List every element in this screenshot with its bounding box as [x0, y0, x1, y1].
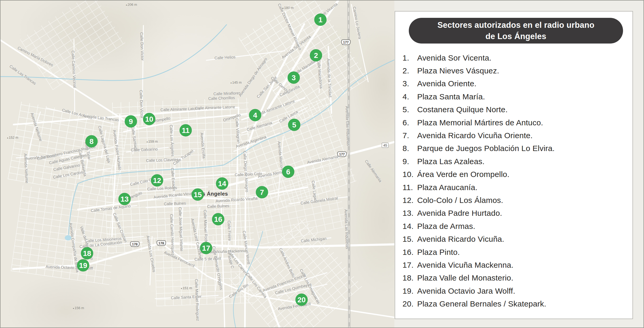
screenshot-root: Camino María DoloresCalle Las TrancasCal…	[0, 0, 644, 328]
elevation-label: ▴152 m	[7, 136, 18, 139]
legend-item-label: Plaza Nieves Vásquez.	[417, 66, 499, 75]
legend-item-label: Avenida Sor Vicenta.	[417, 53, 491, 62]
map-marker-10[interactable]: 10	[143, 113, 155, 125]
legend-item-label: Colo-Colo / Los Álamos.	[417, 196, 503, 205]
map-marker-16[interactable]: 16	[212, 213, 224, 225]
legend-item-number: 17.	[402, 261, 417, 270]
map-marker-11[interactable]: 11	[180, 124, 192, 137]
legend-item: 9.Plaza Las Azaleas.	[402, 155, 627, 168]
map-marker-14[interactable]: 14	[216, 178, 228, 190]
legend-item-number: 13.	[402, 209, 417, 218]
legend-item: 5.Costanera Quilque Norte.	[402, 103, 627, 116]
legend-item: 15.Avenida Ricardo Vicuña.	[402, 233, 627, 245]
map-marker-12[interactable]: 12	[151, 174, 163, 187]
legend-item-number: 20.	[402, 299, 417, 308]
elevation-label: ▴159 m	[147, 139, 158, 143]
legend-item: 20.Plaza General Bernales / Skatepark.	[402, 297, 627, 310]
elevation-label: ▴145 m	[230, 80, 242, 84]
legend-item: 2.Plaza Nieves Vásquez.	[402, 64, 627, 77]
legend-panel: Sectores autorizados en el radio urbano …	[395, 11, 633, 319]
legend-item-number: 3.	[402, 79, 417, 88]
legend-item: 7.Avenida Ricardo Vicuña Oriente.	[402, 129, 627, 142]
map-marker-20[interactable]: 20	[296, 294, 308, 306]
legend-item-label: Plaza Las Azaleas.	[417, 157, 485, 166]
legend-item-number: 14.	[402, 222, 417, 231]
elevation-label: ▴151 m	[181, 286, 192, 290]
legend-item: 10.Área Verde en Orompello.	[402, 168, 627, 181]
legend-item-label: Plaza Araucanía.	[417, 183, 477, 192]
legend-item-label: Avenida Octavio Jara Wolff.	[417, 287, 515, 295]
legend-item-number: 2.	[402, 66, 417, 75]
legend-item-label: Avenida Ricardo Vicuña Oriente.	[417, 131, 533, 140]
legend-title: Sectores autorizados en el radio urbano …	[409, 18, 623, 44]
legend-item-number: 4.	[402, 92, 417, 101]
legend-item: 19.Avenida Octavio Jara Wolff.	[402, 284, 627, 297]
route-shield: 178	[157, 240, 166, 246]
route-shield: 177	[337, 152, 347, 157]
legend-item-label: Plaza General Bernales / Skatepark.	[417, 299, 546, 308]
legend-title-line2: de Los Ángeles	[409, 31, 623, 42]
legend-item-label: Avenida Oriente.	[417, 79, 476, 88]
legend-item: 17.Avenida Vicuña Mackenna.	[402, 259, 627, 271]
map-marker-4[interactable]: 4	[249, 109, 261, 121]
map-marker-9[interactable]: 9	[125, 115, 137, 128]
legend-item-number: 8.	[402, 144, 417, 153]
map-marker-15[interactable]: 15	[192, 189, 204, 201]
map-marker-13[interactable]: 13	[119, 193, 131, 205]
legend-item-label: Avenida Ricardo Vicuña.	[417, 235, 504, 244]
legend-item-label: Parque de Juegos Población Lo Elvira.	[417, 144, 555, 153]
legend-item: 1.Avenida Sor Vicenta.	[402, 51, 627, 64]
legend-item-number: 11.	[402, 183, 417, 192]
legend-item: 6.Plaza Memorial Mártires de Antuco.	[402, 116, 627, 129]
legend-item: 14.Plaza de Armas.	[402, 220, 627, 233]
street-label: Calle Bulnes	[207, 203, 229, 209]
legend-item-label: Costanera Quilque Norte.	[417, 105, 508, 114]
map-marker-6[interactable]: 6	[282, 166, 294, 178]
legend-item: 12.Colo-Colo / Los Álamos.	[402, 194, 627, 207]
legend-item: 4.Plaza Santa María.	[402, 90, 627, 103]
legend-item: 13.Avenida Padre Hurtado.	[402, 207, 627, 220]
legend-list: 1.Avenida Sor Vicenta.2.Plaza Nieves Vás…	[402, 51, 627, 310]
legend-item-number: 15.	[402, 235, 417, 244]
map-marker-8[interactable]: 8	[85, 135, 98, 148]
legend-item-number: 18.	[402, 273, 417, 282]
route-shield: 177	[341, 40, 351, 45]
legend-item-label: Avenida Padre Hurtado.	[417, 209, 502, 218]
legend-item: 18.Plaza Valle del Monasterio.	[402, 272, 627, 284]
map-marker-1[interactable]: 1	[314, 14, 327, 26]
street-label: Calle Chorrillos	[208, 95, 235, 101]
map-marker-3[interactable]: 3	[288, 72, 300, 84]
map-marker-17[interactable]: 17	[200, 242, 212, 254]
legend-item: 11.Plaza Araucanía.	[402, 181, 627, 194]
route-shield: 178	[130, 241, 139, 247]
legend-item-label: Plaza Valle del Monasterio.	[417, 273, 513, 282]
legend-item: 3.Avenida Oriente.	[402, 77, 627, 90]
map-marker-5[interactable]: 5	[288, 119, 300, 131]
street-label: Calle Galvarino	[131, 147, 158, 152]
legend-item-number: 10.	[402, 170, 417, 179]
legend-item-label: Plaza Memorial Mártires de Antuco.	[417, 118, 543, 127]
elevation-label: ▴180 m	[282, 6, 294, 10]
legend-item-label: Área Verde en Orompello.	[417, 170, 509, 179]
map-marker-7[interactable]: 7	[256, 186, 268, 198]
legend-item-number: 19.	[402, 287, 417, 295]
street-label: Calle Freire	[227, 221, 232, 241]
map-canvas[interactable]: Camino María DoloresCalle Las TrancasCal…	[1, 1, 394, 328]
elevation-label: ▴206 m	[126, 3, 137, 7]
map-marker-19[interactable]: 19	[77, 259, 89, 272]
legend-item-label: Plaza Santa María.	[417, 92, 485, 101]
legend-item-number: 16.	[402, 248, 417, 257]
legend-item-number: 9.	[402, 157, 417, 166]
legend-item: 16.Plaza Pinto.	[402, 246, 627, 259]
legend-item-number: 7.	[402, 131, 417, 140]
legend-item-number: 6.	[402, 118, 417, 127]
legend-item-label: Plaza Pinto.	[417, 248, 460, 257]
legend-item-number: 1.	[402, 53, 417, 62]
map-marker-2[interactable]: 2	[310, 49, 322, 62]
legend-item: 8.Parque de Juegos Población Lo Elvira.	[402, 142, 627, 155]
street-label: Calle Miraflores	[213, 91, 241, 96]
map-marker-18[interactable]: 18	[81, 247, 93, 260]
street-label: Calle Bulnes	[164, 201, 186, 206]
legend-item-label: Avenida Vicuña Mackenna.	[417, 261, 513, 270]
route-shield: 45	[382, 143, 389, 148]
